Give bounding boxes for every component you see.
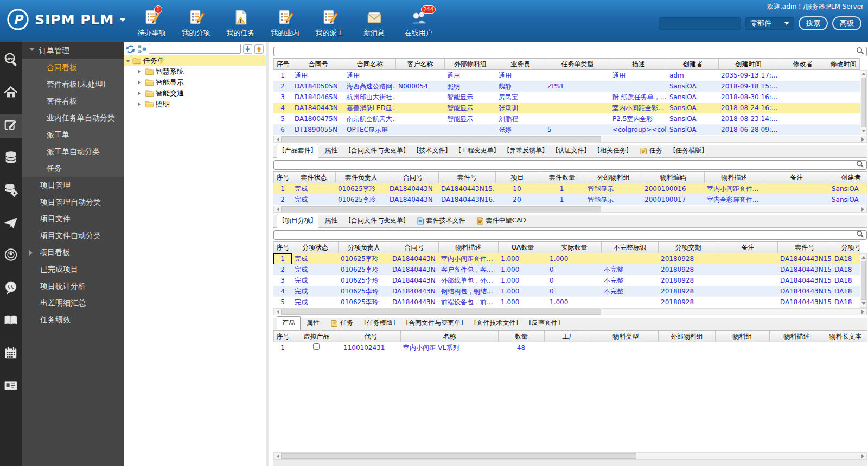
subitems-horizontal-scrollbar[interactable] <box>273 308 867 315</box>
hierarchy-icon[interactable] <box>137 44 146 54</box>
tab-异常反馈单[interactable]: [异常反馈单] <box>502 144 550 157</box>
sidebar-item-任务[interactable]: 任务 <box>22 160 124 177</box>
sidebar-item-派工单[interactable]: 派工单 <box>22 126 124 143</box>
column-header[interactable]: 代号 <box>341 331 401 342</box>
scroll-thumb[interactable] <box>281 136 601 142</box>
column-header[interactable]: 修改时间 <box>827 59 860 69</box>
column-header[interactable]: 套件状态 <box>292 172 336 183</box>
sidebar-item-已完成项目[interactable]: 已完成项目 <box>22 261 124 278</box>
logo-area[interactable]: P SIPM PLM <box>7 8 126 31</box>
column-header[interactable]: 物料编码 <box>642 172 705 183</box>
column-header[interactable]: 描述 <box>610 59 667 69</box>
column-header[interactable]: 创建时间 <box>719 59 778 69</box>
table-row[interactable]: 3DA1840465N杭州邱山大街社...智能显示房民宝附 纸质任务单，...S… <box>273 92 860 103</box>
sidebar-item-项目统计分析[interactable]: 项目统计分析 <box>22 278 124 295</box>
rail-item-edit[interactable] <box>0 114 22 138</box>
tab-任务[interactable]: 任务 <box>326 317 358 330</box>
toolbar-new-messages[interactable]: 新消息 <box>356 9 392 38</box>
table-row[interactable]: 5DA1800475N南京航空航天大...智能显示刘鹏程P2.5室内全彩Sans… <box>273 113 860 124</box>
column-header[interactable]: 创建者 <box>829 172 867 183</box>
tree-expand-icon[interactable] <box>138 69 143 74</box>
tab-认证文件[interactable]: [认证文件] <box>551 144 591 157</box>
column-header[interactable]: 合同名称 <box>344 59 396 69</box>
column-header[interactable]: 合同号 <box>390 242 439 253</box>
column-header[interactable]: 客户名称 <box>396 59 445 69</box>
scroll-left-arrow[interactable] <box>274 136 281 142</box>
tab-任务模版[interactable]: [任务模版] <box>668 144 709 157</box>
table-row[interactable]: 4DA1840443N嘉善消防LED显...智能显示张承训室内小间距全彩...S… <box>273 103 860 113</box>
column-header[interactable]: 不完整标识 <box>602 242 659 253</box>
tab-属性[interactable]: 属性 <box>320 144 342 157</box>
rail-item-radar[interactable] <box>0 244 22 268</box>
column-header[interactable]: 虚拟产品 <box>292 331 341 342</box>
tree-node-智慧系统[interactable]: 智慧系统 <box>124 66 266 77</box>
tab-技术文件[interactable]: [技术文件] <box>412 144 452 157</box>
column-header[interactable]: 外部物料组 <box>585 172 642 183</box>
column-header[interactable]: 套件号 <box>439 172 496 183</box>
scroll-right-arrow[interactable] <box>859 206 866 212</box>
tab-合同文件与变更单[interactable]: [合同文件与变更单] <box>343 214 410 227</box>
table-row[interactable]: 11100102431室内小间距-VL系列48 <box>273 342 867 353</box>
rail-item-sipm-search[interactable]: SIPM <box>0 49 22 73</box>
sidebar-item-项目管理自动分类[interactable]: 项目管理自动分类 <box>22 194 124 210</box>
tree-expand-icon[interactable] <box>138 80 143 85</box>
search-button[interactable]: 搜索 <box>799 16 828 30</box>
logo-dropdown-caret[interactable] <box>119 18 126 25</box>
tree-expand-icon[interactable] <box>138 102 143 106</box>
scroll-left-arrow[interactable] <box>274 206 281 212</box>
tab-项目分项[interactable]: [项目分项] <box>277 214 318 228</box>
column-header[interactable]: 数量 <box>499 331 545 342</box>
column-header[interactable]: 外部物料组 <box>445 59 496 69</box>
sidebar-item-出差明细汇总[interactable]: 出差明细汇总 <box>22 295 124 311</box>
column-header[interactable]: 序号 <box>274 331 292 342</box>
table-row[interactable]: 1完成010625李玲DA1840443NDA1840443N15...101智… <box>273 183 867 194</box>
table-row[interactable]: 5完成010625李玲DA1840443N前端设备包，前...1.0001.00… <box>273 297 860 308</box>
sidebar-item-项目管理[interactable]: 项目管理 <box>22 177 124 194</box>
scroll-thumb[interactable] <box>861 261 866 300</box>
tab-工程变更单[interactable]: [工程变更单] <box>454 144 501 157</box>
advanced-search-button[interactable]: 高级 <box>832 16 861 30</box>
column-header[interactable]: 任务单类型 <box>545 59 610 69</box>
scroll-thumb[interactable] <box>281 453 636 459</box>
scroll-up-arrow[interactable] <box>860 71 866 77</box>
tab-相关任务[interactable]: [相关任务] <box>592 144 633 157</box>
column-header[interactable]: 合同号 <box>387 172 439 183</box>
column-header[interactable]: 序号 <box>274 242 292 253</box>
rail-item-calendar[interactable] <box>0 342 22 366</box>
column-header[interactable]: 物料描述 <box>439 242 499 253</box>
column-header[interactable]: 套件负责人 <box>336 172 387 183</box>
sidebar-item-订单管理[interactable]: 订单管理 <box>22 42 124 59</box>
tab-产品[interactable]: 产品 <box>277 316 301 330</box>
kits-horizontal-scrollbar[interactable] <box>273 206 867 213</box>
column-header[interactable]: 分项交期 <box>659 242 718 253</box>
toolbar-my-dispatch[interactable]: 我的派工 <box>311 9 348 38</box>
search-category-select[interactable]: 零部件 <box>745 17 794 30</box>
tab-反查套件[interactable]: [反查套件] <box>524 317 565 330</box>
toolbar-my-subitems[interactable]: 我的分项 <box>178 9 214 38</box>
column-header[interactable]: 备注 <box>764 172 829 183</box>
column-header[interactable]: 序号 <box>274 59 292 69</box>
tree-node-智能显示[interactable]: 智能显示 <box>124 77 266 88</box>
table-row[interactable]: 1通用通用通用通用通用adm2035-09-13 17:... <box>273 70 860 81</box>
search-icon[interactable] <box>856 47 864 55</box>
tab-产品套件[interactable]: [产品套件] <box>277 144 318 158</box>
tab-任务[interactable]: 任务 <box>635 144 667 157</box>
products-horizontal-scrollbar[interactable] <box>273 452 867 459</box>
sidebar-item-派工单自动分类[interactable]: 派工单自动分类 <box>22 143 124 160</box>
search-icon[interactable] <box>856 230 864 238</box>
tab-合同文件与变更单[interactable]: [合同文件与变更单] <box>401 317 468 330</box>
tree-expand-icon[interactable] <box>126 60 130 65</box>
column-header[interactable]: 分项负责人 <box>339 242 390 253</box>
column-header[interactable]: 实际数量 <box>547 242 602 253</box>
scroll-thumb[interactable] <box>281 309 601 315</box>
scroll-left-arrow[interactable] <box>274 453 281 459</box>
tree-expand-icon[interactable] <box>138 91 143 95</box>
column-header[interactable]: 物料长文本 <box>824 331 867 342</box>
tab-属性[interactable]: 属性 <box>302 317 324 330</box>
tab-套件技术文件[interactable]: [套件技术文件] <box>469 317 523 330</box>
tree-root-task-orders[interactable]: 任务单 <box>124 55 266 66</box>
tree-node-照明[interactable]: 照明 <box>124 99 266 110</box>
sidebar-item-合同看板[interactable]: 合同看板 <box>22 59 124 76</box>
toolbar-online-users[interactable]: 在线用户244 <box>400 9 437 38</box>
column-header[interactable]: 项目 <box>496 172 539 183</box>
